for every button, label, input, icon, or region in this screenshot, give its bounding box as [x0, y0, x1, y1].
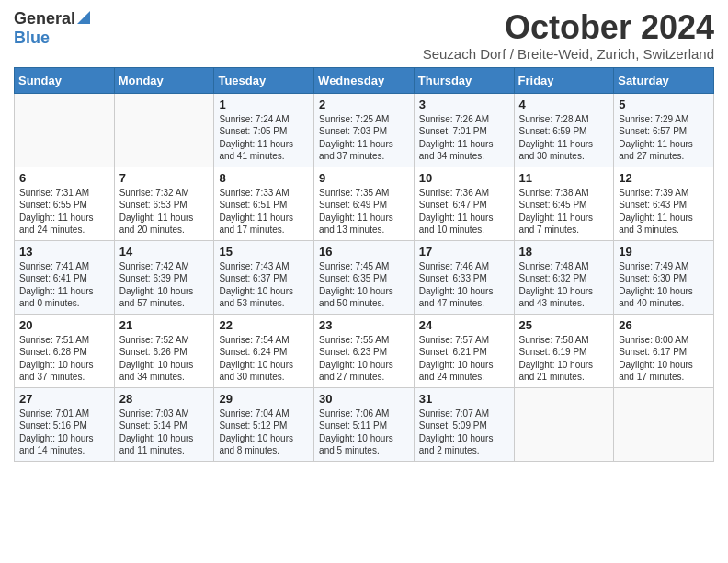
- month-title: October 2024: [423, 9, 714, 46]
- day-number: 26: [619, 318, 709, 332]
- calendar-week-row: 20Sunrise: 7:51 AM Sunset: 6:28 PM Dayli…: [15, 314, 714, 387]
- calendar-cell: 23Sunrise: 7:55 AM Sunset: 6:23 PM Dayli…: [314, 314, 415, 387]
- calendar-cell: [15, 93, 115, 167]
- calendar-cell: 24Sunrise: 7:57 AM Sunset: 6:21 PM Dayli…: [414, 314, 514, 387]
- calendar-cell: 15Sunrise: 7:43 AM Sunset: 6:37 PM Dayli…: [214, 240, 314, 314]
- calendar-week-row: 13Sunrise: 7:41 AM Sunset: 6:41 PM Dayli…: [15, 240, 714, 314]
- calendar-cell: 16Sunrise: 7:45 AM Sunset: 6:35 PM Dayli…: [314, 240, 415, 314]
- calendar-cell: 1Sunrise: 7:24 AM Sunset: 7:05 PM Daylig…: [214, 93, 314, 167]
- day-number: 14: [119, 245, 210, 259]
- day-number: 19: [619, 245, 709, 259]
- day-number: 12: [619, 171, 709, 185]
- calendar-week-row: 6Sunrise: 7:31 AM Sunset: 6:55 PM Daylig…: [15, 167, 714, 240]
- day-info: Sunrise: 7:24 AM Sunset: 7:05 PM Dayligh…: [219, 113, 309, 163]
- logo-blue-text: Blue: [14, 29, 50, 48]
- day-number: 25: [519, 318, 609, 332]
- day-info: Sunrise: 7:58 AM Sunset: 6:19 PM Dayligh…: [519, 334, 609, 384]
- day-info: Sunrise: 7:33 AM Sunset: 6:51 PM Dayligh…: [219, 187, 309, 236]
- calendar-week-row: 27Sunrise: 7:01 AM Sunset: 5:16 PM Dayli…: [15, 387, 714, 461]
- day-info: Sunrise: 7:31 AM Sunset: 6:55 PM Dayligh…: [19, 187, 109, 236]
- page-header: General Blue October 2024 Seuzach Dorf /…: [14, 9, 714, 62]
- day-info: Sunrise: 7:46 AM Sunset: 6:33 PM Dayligh…: [419, 260, 509, 310]
- day-info: Sunrise: 7:57 AM Sunset: 6:21 PM Dayligh…: [419, 334, 509, 384]
- day-info: Sunrise: 7:39 AM Sunset: 6:43 PM Dayligh…: [619, 187, 709, 236]
- day-number: 15: [219, 245, 309, 259]
- weekday-header-tuesday: Tuesday: [214, 67, 314, 93]
- day-number: 24: [419, 318, 509, 332]
- calendar-cell: 11Sunrise: 7:38 AM Sunset: 6:45 PM Dayli…: [514, 167, 614, 240]
- calendar-cell: [614, 387, 714, 461]
- day-number: 10: [419, 171, 509, 185]
- day-info: Sunrise: 7:51 AM Sunset: 6:28 PM Dayligh…: [19, 334, 109, 384]
- day-info: Sunrise: 7:07 AM Sunset: 5:09 PM Dayligh…: [419, 408, 509, 457]
- weekday-header-row: SundayMondayTuesdayWednesdayThursdayFrid…: [15, 67, 714, 93]
- day-number: 22: [219, 318, 309, 332]
- day-info: Sunrise: 7:35 AM Sunset: 6:49 PM Dayligh…: [319, 187, 409, 236]
- calendar-cell: [514, 387, 614, 461]
- day-info: Sunrise: 7:25 AM Sunset: 7:03 PM Dayligh…: [319, 113, 409, 163]
- day-info: Sunrise: 7:32 AM Sunset: 6:53 PM Dayligh…: [119, 187, 210, 236]
- day-number: 29: [219, 392, 309, 406]
- calendar-cell: 10Sunrise: 7:36 AM Sunset: 6:47 PM Dayli…: [414, 167, 514, 240]
- day-info: Sunrise: 7:49 AM Sunset: 6:30 PM Dayligh…: [619, 260, 709, 310]
- calendar-cell: 20Sunrise: 7:51 AM Sunset: 6:28 PM Dayli…: [15, 314, 115, 387]
- weekday-header-friday: Friday: [514, 67, 614, 93]
- day-number: 1: [219, 98, 309, 111]
- day-number: 8: [219, 171, 309, 185]
- day-number: 30: [319, 392, 409, 406]
- calendar-cell: 9Sunrise: 7:35 AM Sunset: 6:49 PM Daylig…: [314, 167, 415, 240]
- calendar-cell: 6Sunrise: 7:31 AM Sunset: 6:55 PM Daylig…: [15, 167, 115, 240]
- day-info: Sunrise: 7:43 AM Sunset: 6:37 PM Dayligh…: [219, 260, 309, 310]
- day-number: 4: [519, 98, 609, 111]
- day-number: 20: [19, 318, 109, 332]
- logo-arrow-icon: [77, 11, 90, 28]
- weekday-header-monday: Monday: [114, 67, 214, 93]
- calendar-cell: 25Sunrise: 7:58 AM Sunset: 6:19 PM Dayli…: [514, 314, 614, 387]
- logo-general-text: General: [14, 9, 75, 29]
- calendar-cell: 2Sunrise: 7:25 AM Sunset: 7:03 PM Daylig…: [314, 93, 415, 167]
- day-number: 16: [319, 245, 409, 259]
- calendar-cell: 21Sunrise: 7:52 AM Sunset: 6:26 PM Dayli…: [114, 314, 214, 387]
- calendar-cell: 31Sunrise: 7:07 AM Sunset: 5:09 PM Dayli…: [414, 387, 514, 461]
- day-number: 23: [319, 318, 409, 332]
- day-number: 9: [319, 171, 409, 185]
- title-block: October 2024 Seuzach Dorf / Breite-Weid,…: [423, 9, 714, 62]
- day-info: Sunrise: 7:54 AM Sunset: 6:24 PM Dayligh…: [219, 334, 309, 384]
- day-number: 5: [619, 98, 709, 111]
- calendar-cell: 7Sunrise: 7:32 AM Sunset: 6:53 PM Daylig…: [114, 167, 214, 240]
- calendar-cell: 26Sunrise: 8:00 AM Sunset: 6:17 PM Dayli…: [614, 314, 714, 387]
- day-info: Sunrise: 7:06 AM Sunset: 5:11 PM Dayligh…: [319, 408, 409, 457]
- day-info: Sunrise: 7:04 AM Sunset: 5:12 PM Dayligh…: [219, 408, 309, 457]
- calendar-cell: 12Sunrise: 7:39 AM Sunset: 6:43 PM Dayli…: [614, 167, 714, 240]
- day-info: Sunrise: 7:41 AM Sunset: 6:41 PM Dayligh…: [19, 260, 109, 310]
- weekday-header-wednesday: Wednesday: [314, 67, 415, 93]
- svg-marker-0: [77, 11, 90, 24]
- weekday-header-saturday: Saturday: [614, 67, 714, 93]
- calendar-cell: 5Sunrise: 7:29 AM Sunset: 6:57 PM Daylig…: [614, 93, 714, 167]
- calendar-cell: 19Sunrise: 7:49 AM Sunset: 6:30 PM Dayli…: [614, 240, 714, 314]
- day-number: 17: [419, 245, 509, 259]
- day-number: 18: [519, 245, 609, 259]
- calendar-cell: 18Sunrise: 7:48 AM Sunset: 6:32 PM Dayli…: [514, 240, 614, 314]
- day-info: Sunrise: 7:36 AM Sunset: 6:47 PM Dayligh…: [419, 187, 509, 236]
- day-info: Sunrise: 7:55 AM Sunset: 6:23 PM Dayligh…: [319, 334, 409, 384]
- calendar-cell: 22Sunrise: 7:54 AM Sunset: 6:24 PM Dayli…: [214, 314, 314, 387]
- day-info: Sunrise: 7:29 AM Sunset: 6:57 PM Dayligh…: [619, 113, 709, 163]
- day-number: 2: [319, 98, 409, 111]
- day-number: 13: [19, 245, 109, 259]
- day-info: Sunrise: 7:01 AM Sunset: 5:16 PM Dayligh…: [19, 408, 109, 457]
- day-info: Sunrise: 7:28 AM Sunset: 6:59 PM Dayligh…: [519, 113, 609, 163]
- calendar-cell: 28Sunrise: 7:03 AM Sunset: 5:14 PM Dayli…: [114, 387, 214, 461]
- location-subtitle: Seuzach Dorf / Breite-Weid, Zurich, Swit…: [423, 46, 714, 62]
- calendar-cell: 4Sunrise: 7:28 AM Sunset: 6:59 PM Daylig…: [514, 93, 614, 167]
- day-number: 3: [419, 98, 509, 111]
- day-info: Sunrise: 7:26 AM Sunset: 7:01 PM Dayligh…: [419, 113, 509, 163]
- day-info: Sunrise: 8:00 AM Sunset: 6:17 PM Dayligh…: [619, 334, 709, 384]
- day-number: 21: [119, 318, 210, 332]
- day-info: Sunrise: 7:38 AM Sunset: 6:45 PM Dayligh…: [519, 187, 609, 236]
- calendar-table: SundayMondayTuesdayWednesdayThursdayFrid…: [14, 67, 714, 462]
- day-info: Sunrise: 7:52 AM Sunset: 6:26 PM Dayligh…: [119, 334, 210, 384]
- day-number: 7: [119, 171, 210, 185]
- day-number: 27: [19, 392, 109, 406]
- logo: General Blue: [14, 9, 90, 48]
